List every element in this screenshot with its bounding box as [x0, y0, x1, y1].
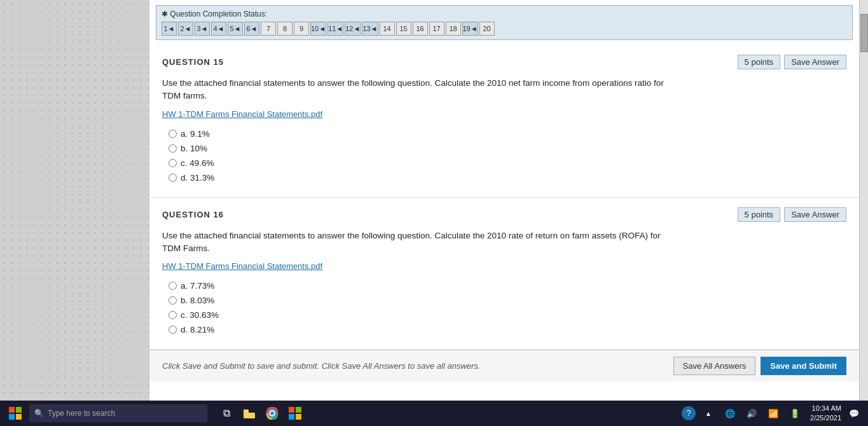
radio-q15b[interactable]: [169, 144, 177, 153]
taskview-button[interactable]: ⧉: [216, 403, 237, 423]
svg-rect-1: [16, 407, 22, 413]
question-16-text: Use the attached financial statements to…: [162, 230, 671, 256]
question-number-11[interactable]: 11◄: [327, 22, 343, 36]
search-icon: 🔍: [34, 409, 44, 418]
wifi-icon[interactable]: 📶: [764, 404, 782, 422]
question-16-title: QUESTION 16: [162, 210, 224, 219]
option-q16d: d. 8.21%: [169, 325, 846, 334]
question-number-20[interactable]: 20: [479, 22, 495, 36]
question-number-12[interactable]: 12◄: [345, 22, 361, 36]
svg-rect-11: [289, 414, 294, 420]
scrollbar-thumb[interactable]: [860, 14, 868, 52]
file-explorer-button[interactable]: [239, 403, 259, 423]
svg-rect-3: [16, 414, 22, 420]
taskbar-time: 10:34 AM 2/25/2021: [810, 404, 841, 423]
file-explorer-icon: [243, 407, 256, 420]
svg-point-8: [270, 411, 274, 415]
question-16-points: 5 points: [738, 207, 781, 222]
question-number-19[interactable]: 19◄: [462, 22, 478, 36]
question-number-2[interactable]: 2◄: [178, 22, 193, 36]
question-number-3[interactable]: 3◄: [195, 22, 210, 36]
label-q15c: c. 49.6%: [181, 158, 214, 168]
question-number-1[interactable]: 1◄: [162, 22, 177, 36]
main-area: ✱ Question Completion Status: 1◄2◄3◄4◄5◄…: [0, 0, 868, 401]
option-q15d: d. 31.3%: [169, 173, 846, 182]
taskbar-search-placeholder: Type here to search: [48, 409, 115, 418]
radio-q16c[interactable]: [169, 311, 177, 319]
taskbar-center-icons: ⧉: [216, 403, 305, 423]
radio-q15a[interactable]: [169, 130, 177, 138]
option-q16b: b. 8.03%: [169, 296, 846, 305]
question-15-section: QUESTION 15 5 points Save Answer Use the…: [149, 45, 859, 198]
question-number-18[interactable]: 18: [446, 22, 461, 36]
chrome-button[interactable]: [262, 403, 282, 423]
network-icon[interactable]: 🌐: [721, 404, 739, 422]
question-number-8[interactable]: 8: [277, 22, 293, 36]
option-q16c: c. 30.63%: [169, 310, 846, 320]
question-15-header: QUESTION 15 5 points Save Answer: [162, 55, 846, 69]
question-15-attachment[interactable]: HW 1-TDM Farms Financial Statements.pdf: [162, 109, 846, 119]
svg-rect-0: [9, 407, 15, 413]
question-number-4[interactable]: 4◄: [211, 22, 226, 36]
notification-icon[interactable]: 💬: [845, 404, 863, 422]
question-number-15[interactable]: 15: [396, 22, 411, 36]
option-q15b: b. 10%: [169, 144, 846, 153]
battery-icon[interactable]: 🔋: [786, 404, 804, 422]
radio-q16a[interactable]: [169, 282, 177, 290]
radio-q15d[interactable]: [169, 174, 177, 182]
question-16-header: QUESTION 16 5 points Save Answer: [162, 207, 846, 222]
label-q15a: a. 9.1%: [181, 129, 210, 139]
option-q15c: c. 49.6%: [169, 158, 846, 168]
question-number-7[interactable]: 7: [261, 22, 276, 36]
content-area: ✱ Question Completion Status: 1◄2◄3◄4◄5◄…: [149, 0, 859, 401]
question-numbers: 1◄2◄3◄4◄5◄6◄78910◄11◄12◄13◄141516171819◄…: [162, 22, 847, 36]
save-answer-16-button[interactable]: Save Answer: [784, 207, 846, 222]
question-15-text: Use the attached financial statements to…: [162, 77, 671, 103]
chrome-icon: [266, 407, 279, 420]
store-icon: [289, 407, 301, 420]
date-display: 2/25/2021: [810, 413, 841, 423]
question-number-10[interactable]: 10◄: [310, 22, 326, 36]
taskbar-right-icons: ? ▲ 🌐 🔊 📶 🔋 10:34 AM 2/25/2021 💬: [682, 404, 863, 423]
windows-store-button[interactable]: [285, 403, 305, 423]
label-q16c: c. 30.63%: [181, 310, 219, 320]
save-all-button[interactable]: Save All Answers: [673, 357, 756, 375]
time-display: 10:34 AM: [810, 404, 841, 413]
completion-bar: ✱ Question Completion Status: 1◄2◄3◄4◄5◄…: [156, 5, 853, 40]
footer-buttons: Save All Answers Save and Submit: [673, 357, 846, 375]
save-submit-button[interactable]: Save and Submit: [761, 357, 846, 375]
question-16-options: a. 7.73%b. 8.03%c. 30.63%d. 8.21%: [169, 281, 846, 334]
right-scrollbar[interactable]: [859, 0, 868, 401]
svg-rect-5: [244, 413, 255, 418]
footer-bar: Click Save and Submit to save and submit…: [149, 350, 859, 381]
caret-up-icon[interactable]: ▲: [699, 404, 717, 422]
svg-rect-2: [9, 414, 15, 420]
completion-bar-title: ✱ Question Completion Status:: [162, 10, 847, 18]
option-q16a: a. 7.73%: [169, 281, 846, 291]
taskbar: 🔍 Type here to search ⧉: [0, 401, 868, 426]
question-number-13[interactable]: 13◄: [362, 22, 378, 36]
radio-q15c[interactable]: [169, 159, 177, 167]
question-number-9[interactable]: 9: [294, 22, 309, 36]
taskbar-search-bar[interactable]: 🔍 Type here to search: [29, 404, 207, 422]
question-16-attachment[interactable]: HW 1-TDM Farms Financial Statements.pdf: [162, 261, 846, 271]
question-number-16[interactable]: 16: [413, 22, 428, 36]
help-icon[interactable]: ?: [682, 406, 696, 420]
option-q15a: a. 9.1%: [169, 129, 846, 139]
question-number-6[interactable]: 6◄: [244, 22, 259, 36]
save-answer-15-button[interactable]: Save Answer: [784, 55, 846, 69]
left-panel: [0, 0, 149, 401]
svg-rect-10: [296, 407, 301, 413]
svg-rect-9: [289, 407, 294, 413]
speaker-icon[interactable]: 🔊: [743, 404, 761, 422]
windows-logo-icon: [9, 407, 22, 420]
question-number-14[interactable]: 14: [380, 22, 395, 36]
start-button[interactable]: [5, 403, 25, 423]
question-number-17[interactable]: 17: [429, 22, 444, 36]
radio-q16d[interactable]: [169, 326, 177, 334]
label-q15b: b. 10%: [181, 144, 207, 153]
label-q15d: d. 31.3%: [181, 173, 214, 182]
question-number-5[interactable]: 5◄: [228, 22, 243, 36]
footer-instruction: Click Save and Submit to save and submit…: [162, 361, 480, 371]
radio-q16b[interactable]: [169, 296, 177, 305]
